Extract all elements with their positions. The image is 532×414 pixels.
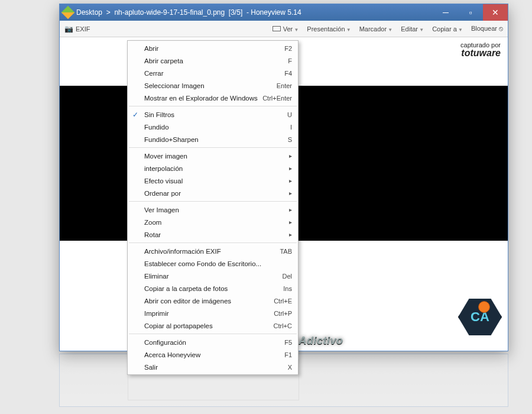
- menu-item-shortcut: Ctrl+Enter: [258, 95, 292, 102]
- menu-item[interactable]: interpolación▸: [128, 162, 298, 174]
- menu-item[interactable]: Mover imagen▸: [128, 150, 298, 162]
- watermark-top: capturado por totuware: [460, 42, 501, 58]
- title-path: Desktop: [76, 8, 102, 17]
- menu-item[interactable]: Copiar a la carpeta de fotosIns: [128, 282, 298, 295]
- toolbar: 📷 EXIF Ver Presentación Marcador Editar …: [60, 21, 508, 37]
- menu-item-shortcut: F1: [280, 351, 292, 358]
- menu-item-shortcut: F: [283, 57, 292, 64]
- menu-item[interactable]: Abrir carpetaF: [128, 54, 298, 67]
- lock-icon: ⦸: [499, 25, 503, 32]
- menu-item-label: Archivo/información EXIF: [144, 248, 275, 255]
- window-title: Desktop > nh-apluto-wide-9-17-15-final_0…: [76, 8, 433, 17]
- camera-icon: 📷: [64, 25, 73, 33]
- chevron-right-icon: ▸: [284, 190, 292, 196]
- menu-item-shortcut: F4: [280, 70, 292, 77]
- menu-item-label: Abrir carpeta: [144, 57, 283, 64]
- menu-separator: [129, 242, 297, 243]
- app-icon: [61, 6, 75, 20]
- ca-badge: CA: [458, 297, 502, 337]
- menu-item-label: Ver Imagen: [144, 206, 284, 214]
- close-button[interactable]: ✕: [483, 4, 508, 21]
- menu-item[interactable]: Fundido+SharpenS: [128, 133, 298, 145]
- menu-item[interactable]: SalirX: [128, 361, 298, 373]
- chevron-right-icon: ▸: [284, 177, 292, 184]
- menu-item-label: Zoom: [144, 219, 284, 226]
- menu-item[interactable]: Rotar▸: [128, 228, 298, 241]
- menu-item[interactable]: ImprimirCtrl+P: [128, 307, 298, 319]
- menu-item-label: Fundido: [144, 124, 286, 131]
- menu-item-label: Copiar al portapapeles: [144, 322, 269, 329]
- menu-item-label: Ordenar por: [144, 190, 284, 197]
- menu-item[interactable]: Copiar al portapapelesCtrl+C: [128, 319, 298, 332]
- menu-item-shortcut: Ctrl+C: [269, 322, 292, 329]
- menu-item-label: Salir: [144, 364, 283, 371]
- menu-item[interactable]: Archivo/información EXIFTAB: [128, 245, 298, 257]
- menu-item-label: Efecto visual: [144, 177, 284, 185]
- menu-item[interactable]: Sin FiltrosU: [128, 108, 298, 121]
- menu-item-shortcut: Ins: [278, 285, 292, 292]
- menu-item[interactable]: AbrirF2: [128, 42, 298, 54]
- menu-item-label: Acerca Honeyview: [144, 351, 280, 358]
- menu-item[interactable]: Zoom▸: [128, 216, 298, 228]
- menu-item[interactable]: Acerca HoneyviewF1: [128, 348, 298, 361]
- menu-item-shortcut: Enter: [272, 82, 292, 89]
- menu-separator: [129, 334, 297, 334]
- minimize-button[interactable]: ─: [433, 4, 458, 21]
- chevron-right-icon: ▸: [284, 165, 292, 172]
- menu-separator: [129, 201, 297, 202]
- menu-item-shortcut: Del: [277, 273, 292, 280]
- window-controls: ─ ▫ ✕: [433, 4, 508, 21]
- menu-item[interactable]: EliminarDel: [128, 270, 298, 282]
- titlebar[interactable]: Desktop > nh-apluto-wide-9-17-15-final_0…: [60, 4, 508, 21]
- menu-item-label: Sin Filtros: [144, 111, 283, 118]
- menu-item-shortcut: Ctrl+P: [269, 310, 292, 317]
- menu-item-label: Seleccionar Imagen: [144, 82, 272, 89]
- editar-dropdown[interactable]: Editar: [401, 25, 424, 33]
- menu-item-label: Eliminar: [144, 273, 277, 280]
- menu-item-label: Establecer como Fondo de Escritorio...: [144, 260, 292, 267]
- menu-item-label: Abrir: [144, 45, 280, 52]
- menu-item-label: Copiar a la carpeta de fotos: [144, 285, 278, 292]
- menu-item[interactable]: Establecer como Fondo de Escritorio...: [128, 257, 298, 270]
- watermark-line2: totuware: [460, 48, 501, 58]
- menu-item[interactable]: Seleccionar ImagenEnter: [128, 79, 298, 92]
- chevron-right-icon: ▸: [284, 206, 292, 213]
- view-rect-icon: [273, 26, 281, 31]
- menu-item-label: Rotar: [144, 231, 284, 238]
- chevron-right-icon: ▸: [284, 153, 292, 159]
- bloquear-button[interactable]: Bloquear ⦸: [471, 25, 503, 33]
- menu-item-shortcut: X: [283, 364, 292, 371]
- chevron-right-icon: ▸: [284, 231, 292, 238]
- maximize-button[interactable]: ▫: [458, 4, 483, 21]
- menu-item-label: interpolación: [144, 165, 284, 172]
- title-index: [3/5]: [229, 8, 242, 17]
- presentacion-dropdown[interactable]: Presentación: [307, 25, 351, 33]
- menu-item-shortcut: S: [283, 136, 292, 143]
- title-sep: >: [106, 8, 111, 17]
- menu-item[interactable]: Ver Imagen▸: [128, 203, 298, 216]
- ver-dropdown[interactable]: Ver: [273, 25, 299, 33]
- badge-dot-icon: [478, 301, 490, 313]
- menu-separator: [129, 106, 297, 106]
- menu-item-shortcut: I: [286, 124, 292, 131]
- menu-item[interactable]: Mostrar en el Explorador de WindowsCtrl+…: [128, 92, 298, 104]
- menu-item-shortcut: F5: [280, 339, 292, 346]
- menu-item-label: Configuración: [144, 339, 280, 346]
- menu-item[interactable]: Abrir con editor de imágenesCtrl+E: [128, 295, 298, 307]
- context-menu[interactable]: AbrirF2Abrir carpetaFCerrarF4Seleccionar…: [127, 40, 299, 375]
- exif-button[interactable]: EXIF: [76, 25, 90, 33]
- marcador-dropdown[interactable]: Marcador: [359, 25, 393, 33]
- menu-item-label: Imprimir: [144, 310, 269, 317]
- menu-separator: [129, 147, 297, 148]
- menu-item-label: Cerrar: [144, 70, 280, 77]
- menu-item-shortcut: TAB: [275, 248, 292, 255]
- chevron-right-icon: ▸: [284, 219, 292, 225]
- copiar-dropdown[interactable]: Copiar a: [432, 25, 463, 33]
- menu-item[interactable]: ConfiguraciónF5: [128, 336, 298, 348]
- menu-item-shortcut: Ctrl+E: [269, 297, 292, 305]
- menu-item[interactable]: FundidoI: [128, 121, 298, 133]
- menu-item[interactable]: CerrarF4: [128, 67, 298, 79]
- menu-item-label: Mover imagen: [144, 153, 284, 160]
- menu-item[interactable]: Efecto visual▸: [128, 174, 298, 187]
- menu-item[interactable]: Ordenar por▸: [128, 187, 298, 199]
